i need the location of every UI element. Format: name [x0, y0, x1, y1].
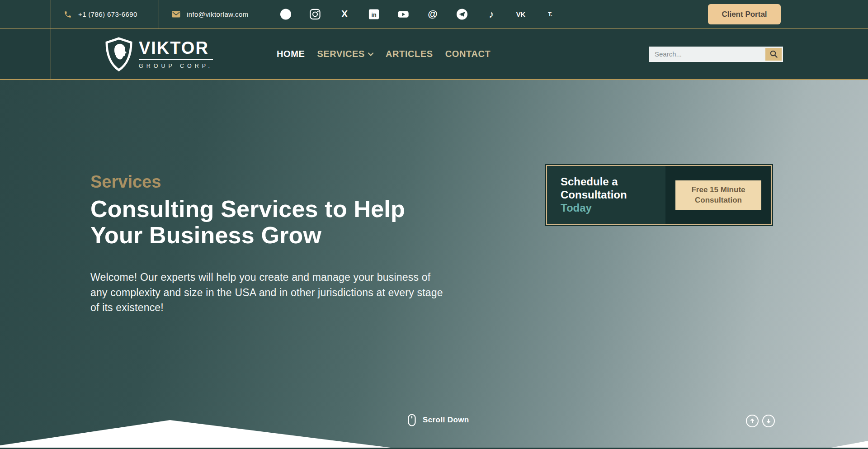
email-link[interactable]: info@viktorlaw.com	[159, 0, 267, 28]
tenchat-icon[interactable]: T.	[544, 9, 556, 20]
hero-eyebrow: Services	[90, 172, 461, 192]
search-icon	[770, 50, 778, 58]
svg-text:in: in	[371, 12, 376, 18]
main-header: VIKTOR GROUP CORP. HOME SERVICES ARTICLE…	[0, 29, 868, 80]
svg-text:T.: T.	[548, 11, 552, 18]
phone-link[interactable]: +1 (786) 673-6690	[51, 0, 159, 28]
social-links: f X in @ ♪ VK	[280, 9, 556, 20]
svg-text:VK: VK	[516, 11, 526, 18]
consultation-heading: Schedule a Consultation Today	[547, 166, 665, 224]
nav-home[interactable]: HOME	[277, 49, 305, 59]
page: +1 (786) 673-6690 info@viktorlaw.com f X…	[0, 0, 868, 449]
search-input[interactable]	[649, 47, 764, 61]
telegram-icon[interactable]	[456, 9, 468, 20]
svg-text:X: X	[341, 9, 348, 19]
phone-number: +1 (786) 673-6690	[78, 10, 137, 18]
svg-text:♪: ♪	[489, 8, 494, 20]
facebook-icon[interactable]: f	[280, 9, 292, 20]
svg-text:f: f	[284, 10, 287, 18]
hero-title-line1: Consulting Services to Help	[90, 196, 461, 222]
bottom-divider-shape	[0, 416, 868, 448]
hero-description: Welcome! Our experts will help you creat…	[90, 270, 448, 315]
tiktok-icon[interactable]: ♪	[486, 9, 497, 20]
youtube-icon[interactable]	[397, 9, 409, 20]
chevron-down-icon	[368, 52, 373, 56]
topbar-left-spacer	[0, 0, 51, 28]
nav-services-label: SERVICES	[317, 49, 365, 59]
instagram-icon[interactable]	[309, 9, 321, 20]
search-bar	[649, 47, 783, 62]
hero-title: Consulting Services to Help Your Busines…	[90, 196, 461, 248]
x-twitter-icon[interactable]: X	[339, 9, 350, 20]
consultation-card: Schedule a Consultation Today Free 15 Mi…	[546, 165, 772, 225]
header-left-spacer	[0, 29, 51, 79]
linkedin-icon[interactable]: in	[368, 9, 380, 20]
consultation-heading-highlight: Today	[561, 202, 665, 215]
top-bar: +1 (786) 673-6690 info@viktorlaw.com f X…	[0, 0, 868, 29]
hero-text-block: Services Consulting Services to Help You…	[90, 172, 461, 315]
free-consultation-button[interactable]: Free 15 Minute Consultation	[675, 180, 761, 210]
threads-icon[interactable]: @	[427, 9, 439, 20]
logo[interactable]: VIKTOR GROUP CORP.	[51, 29, 267, 79]
svg-text:@: @	[428, 8, 438, 19]
nav-services[interactable]: SERVICES	[317, 49, 373, 59]
nav-articles[interactable]: ARTICLES	[386, 49, 433, 59]
logo-subtitle: GROUP CORP.	[139, 63, 213, 69]
envelope-icon	[172, 11, 180, 18]
vk-icon[interactable]: VK	[515, 9, 527, 20]
consultation-heading-line2: Consultation	[561, 189, 665, 202]
nav-contact[interactable]: CONTACT	[445, 49, 491, 59]
email-address: info@viktorlaw.com	[187, 10, 249, 18]
main-nav: HOME SERVICES ARTICLES CONTACT	[277, 49, 491, 59]
client-portal-button[interactable]: Client Portal	[708, 4, 781, 24]
consultation-heading-line1: Schedule a	[561, 175, 665, 189]
consultation-button-panel: Free 15 Minute Consultation	[665, 166, 771, 224]
logo-text: VIKTOR GROUP CORP.	[139, 39, 213, 69]
phone-icon	[64, 10, 72, 19]
search-button[interactable]	[765, 48, 782, 61]
hero-section: Services Consulting Services to Help You…	[0, 80, 868, 448]
hero-title-line2: Your Business Grow	[90, 222, 461, 248]
shield-logo-icon	[105, 37, 133, 71]
logo-name: VIKTOR	[139, 39, 213, 60]
